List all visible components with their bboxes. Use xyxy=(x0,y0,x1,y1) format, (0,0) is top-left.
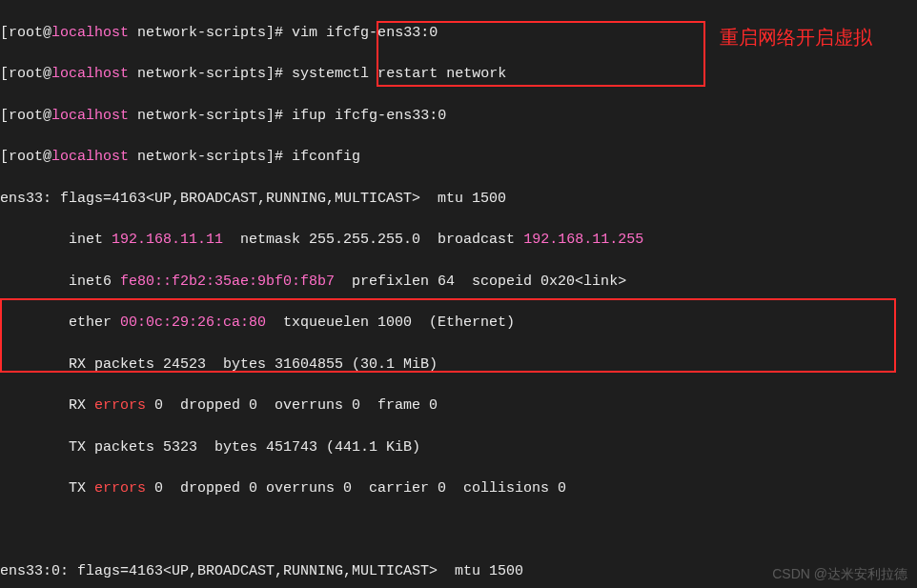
ens33-rx-errors: RX errors 0 dropped 0 overruns 0 frame 0 xyxy=(0,395,917,416)
command-ifconfig: ifconfig xyxy=(292,149,360,165)
ens33-rx-packets: RX packets 24523 bytes 31604855 (30.1 Mi… xyxy=(0,355,917,375)
command-ifup: ifup ifcfg-ens33:0 xyxy=(292,108,446,124)
ens33-tx-packets: TX packets 5323 bytes 451743 (441.1 KiB) xyxy=(0,437,917,458)
prompt-line-4: [root@localhost network-scripts]# ifconf… xyxy=(0,147,917,168)
watermark-text: CSDN @达米安利拉德 xyxy=(772,564,907,583)
command-systemctl: systemctl restart network xyxy=(292,66,506,82)
blank-line xyxy=(0,520,917,541)
ens33-header: ens33: flags=4163<UP,BROADCAST,RUNNING,M… xyxy=(0,189,917,210)
ens33-inet: inet 192.168.11.11 netmask 255.255.255.0… xyxy=(0,230,917,251)
command-vim: vim ifcfg-ens33:0 xyxy=(292,25,438,41)
ens33-ether: ether 00:0c:29:26:ca:80 txqueuelen 1000 … xyxy=(0,313,917,334)
prompt-line-2: [root@localhost network-scripts]# system… xyxy=(0,64,917,85)
annotation-text: 重启网络开启虚拟 xyxy=(720,24,917,51)
ens33-tx-errors: TX errors 0 dropped 0 overruns 0 carrier… xyxy=(0,478,917,499)
prompt-line-3: [root@localhost network-scripts]# ifup i… xyxy=(0,106,917,127)
terminal-output[interactable]: [root@localhost network-scripts]# vim if… xyxy=(0,0,917,588)
ens33-inet6: inet6 fe80::f2b2:35ae:9bf0:f8b7 prefixle… xyxy=(0,272,917,293)
